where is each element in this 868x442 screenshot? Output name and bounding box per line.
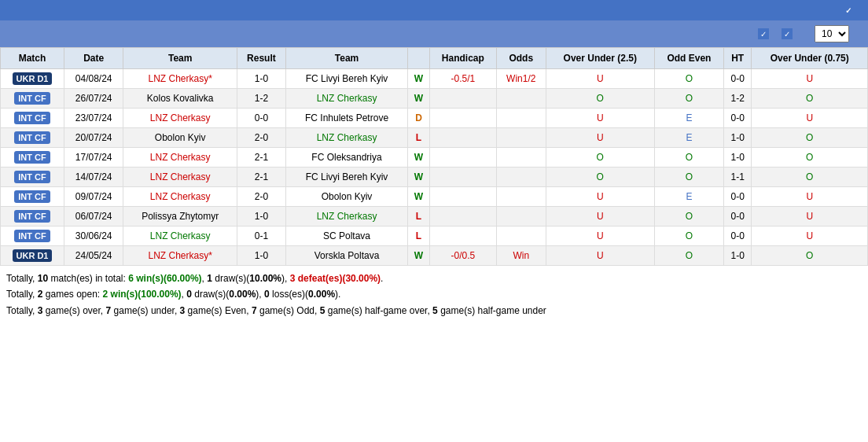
team1-name: LNZ Cherkasy [123,227,237,246]
ht-value: 0-0 [723,227,752,246]
match-date: 24/05/24 [64,246,123,266]
oe-value: O [654,89,723,109]
ou25-value: U [546,128,654,148]
team1-name: Polissya Zhytomyr [123,207,237,227]
match-result: 2-0 [237,187,286,207]
ukr-d1-checkbox[interactable]: ✓ [782,28,793,39]
match-badge: INT CF [1,227,64,246]
team2-name: Vorskla Poltava [285,246,408,266]
ht-value: 0-0 [723,69,752,89]
match-outcome: D [408,109,429,128]
ou075-value: U [752,109,868,128]
match-outcome: W [408,187,429,207]
team2-name: FC Oleksandriya [285,148,408,168]
oe-value: E [654,187,723,207]
ou075-value: O [752,128,868,148]
team1-name: LNZ Cherkasy [123,187,237,207]
team1-name: LNZ Cherkasy* [123,69,237,89]
oe-value: O [654,148,723,168]
match-result: 2-0 [237,128,286,148]
odds-value [496,227,546,246]
handicap-value [429,128,496,148]
match-result: 1-0 [237,69,286,89]
oe-value: O [654,227,723,246]
match-result: 1-2 [237,89,286,109]
ou25-value: U [546,246,654,266]
ou25-value: U [546,187,654,207]
table-row: INT CF 17/07/24 LNZ Cherkasy 2-1 FC Olek… [1,148,868,168]
ou075-value: O [752,89,868,109]
col-ht: HT [723,48,752,69]
match-outcome: W [408,168,429,187]
display-notes-toggle[interactable]: ✓ [843,5,859,16]
games-select[interactable]: 10 5 15 20 25 30 [815,25,849,42]
footer-line2: Totally, 2 games open: 2 win(s)(100.00%)… [6,286,862,302]
ukr-d1-filter[interactable]: ✓ [782,28,796,39]
team1-name: LNZ Cherkasy [123,168,237,187]
table-row: INT CF 26/07/24 Kolos Kovalivka 1-2 LNZ … [1,89,868,109]
col-outcome [408,48,429,69]
ou25-value: O [546,89,654,109]
team2-name: LNZ Cherkasy [285,89,408,109]
col-ou075: Over Under (0.75) [752,48,868,69]
table-row: INT CF 09/07/24 LNZ Cherkasy 2-0 Obolon … [1,187,868,207]
ht-value: 1-0 [723,148,752,168]
int-cf-filter[interactable]: ✓ [758,28,772,39]
oe-value: O [654,69,723,89]
match-result: 0-1 [237,227,286,246]
table-row: INT CF 06/07/24 Polissya Zhytomyr 1-0 LN… [1,207,868,227]
ht-value: 1-1 [723,168,752,187]
team1-name: LNZ Cherkasy [123,109,237,128]
display-notes-checkbox[interactable]: ✓ [843,5,854,16]
match-date: 20/07/24 [64,128,123,148]
ou25-value: U [546,69,654,89]
match-outcome: L [408,207,429,227]
ou075-value: U [752,69,868,89]
match-badge: INT CF [1,128,64,148]
col-team1: Team [123,48,237,69]
col-team2: Team [285,48,408,69]
oe-value: O [654,207,723,227]
match-result: 0-0 [237,109,286,128]
team1-name: Obolon Kyiv [123,128,237,148]
table-row: INT CF 20/07/24 Obolon Kyiv 2-0 LNZ Cher… [1,128,868,148]
match-badge: UKR D1 [1,69,64,89]
int-cf-checkbox[interactable]: ✓ [758,28,769,39]
ht-value: 0-0 [723,187,752,207]
table-header-row: Match Date Team Result Team Handicap Odd… [1,48,868,69]
col-odds: Odds [496,48,546,69]
handicap-value [429,227,496,246]
oe-value: E [654,128,723,148]
match-badge: INT CF [1,187,64,207]
handicap-value [429,109,496,128]
ou25-value: O [546,148,654,168]
table-row: UKR D1 04/08/24 LNZ Cherkasy* 1-0 FC Liv… [1,69,868,89]
match-outcome: L [408,227,429,246]
team2-name: LNZ Cherkasy [285,128,408,148]
footer-line1: Totally, 10 match(es) in total: 6 win(s)… [6,271,862,286]
match-date: 26/07/24 [64,89,123,109]
team2-name: FC Inhulets Petrove [285,109,408,128]
odds-value [496,128,546,148]
col-result: Result [237,48,286,69]
ou25-value: U [546,207,654,227]
match-badge: INT CF [1,207,64,227]
ou075-value: O [752,168,868,187]
match-outcome: L [408,128,429,148]
match-outcome: W [408,89,429,109]
handicap-value [429,168,496,187]
match-result: 2-1 [237,168,286,187]
handicap-value [429,207,496,227]
match-date: 23/07/24 [64,109,123,128]
team2-name: Obolon Kyiv [285,187,408,207]
match-date: 04/08/24 [64,69,123,89]
handicap-value [429,148,496,168]
handicap-value: -0.5/1 [429,69,496,89]
ht-value: 0-0 [723,207,752,227]
match-badge: INT CF [1,168,64,187]
filter-bar: ✓ ✓ 10 5 15 20 25 30 [0,20,868,47]
match-badge: INT CF [1,148,64,168]
match-date: 06/07/24 [64,207,123,227]
match-badge: INT CF [1,109,64,128]
footer-stats: Totally, 10 match(es) in total: 6 win(s)… [0,266,868,323]
